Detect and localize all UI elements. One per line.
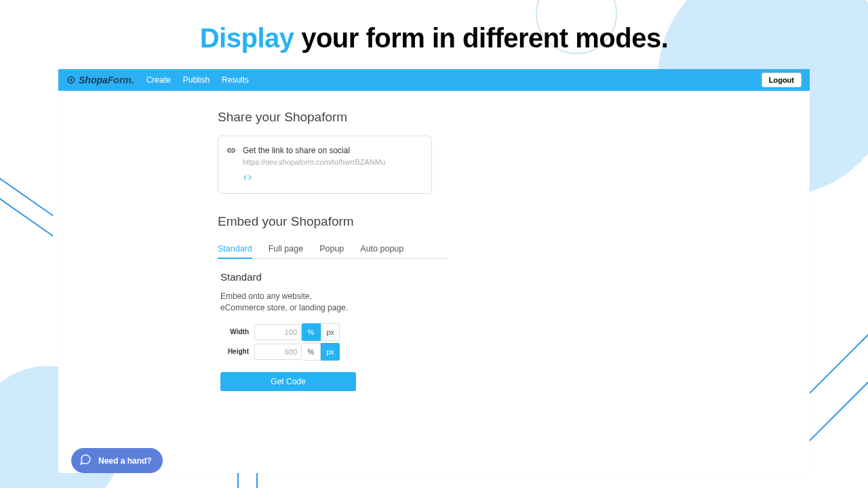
width-row: Width % px	[220, 323, 810, 341]
link-icon	[226, 146, 236, 155]
height-unit-percent[interactable]: %	[302, 343, 321, 361]
standard-heading: Standard	[220, 271, 810, 283]
chat-label: Need a hand?	[98, 456, 152, 466]
navbar-left: ShopaForm. Create Publish Results	[66, 75, 249, 85]
width-label: Width	[220, 328, 254, 336]
brand-logo[interactable]: ShopaForm.	[66, 75, 134, 85]
navbar: ShopaForm. Create Publish Results Logout	[58, 69, 810, 91]
height-row: Height % px	[220, 343, 810, 361]
height-input[interactable]	[254, 344, 302, 360]
content-area: Share your Shopaform Get the link to sha…	[58, 91, 810, 391]
logo-icon	[66, 75, 76, 85]
tab-full-page[interactable]: Full page	[269, 240, 303, 258]
share-label: Get the link to share on social	[243, 146, 423, 155]
nav-link-results[interactable]: Results	[222, 75, 249, 85]
nav-link-publish[interactable]: Publish	[183, 75, 210, 85]
brand-form: Form.	[108, 75, 134, 85]
embed-section-title: Embed your Shopaform	[218, 214, 810, 229]
chat-widget[interactable]: Need a hand?	[71, 448, 163, 473]
tab-auto-popup[interactable]: Auto popup	[360, 240, 403, 258]
width-input[interactable]	[254, 324, 302, 340]
height-label: Height	[220, 348, 254, 355]
code-icon[interactable]	[243, 173, 423, 182]
embed-tabs: Standard Full page Popup Auto popup	[218, 240, 448, 259]
height-unit-px[interactable]: px	[321, 343, 340, 361]
headline-rest: your form in different modes.	[294, 23, 669, 53]
width-unit-percent[interactable]: %	[302, 323, 321, 341]
tab-popup[interactable]: Popup	[319, 240, 344, 258]
standard-desc: Embed onto any website, eCommerce store,…	[220, 291, 349, 314]
width-unit-px[interactable]: px	[321, 323, 340, 341]
get-code-button[interactable]: Get Code	[220, 372, 356, 391]
nav-links: Create Publish Results	[146, 75, 249, 85]
chat-icon	[79, 453, 92, 468]
tab-content-standard: Standard Embed onto any website, eCommer…	[218, 271, 810, 391]
svg-point-1	[70, 79, 73, 81]
brand-shopa: Shopa	[79, 75, 108, 85]
headline-accent: Display	[200, 23, 294, 53]
share-url[interactable]: https://dev.shopaform.com/to/hwrrBZANMu	[243, 158, 423, 166]
page-headline: Display your form in different modes.	[0, 23, 868, 54]
logout-button[interactable]: Logout	[762, 73, 802, 87]
share-section-title: Share your Shopaform	[218, 110, 810, 125]
share-card: Get the link to share on social https://…	[218, 136, 432, 194]
nav-link-create[interactable]: Create	[146, 75, 171, 85]
tab-standard[interactable]: Standard	[218, 240, 252, 259]
app-window: ShopaForm. Create Publish Results Logout…	[58, 69, 810, 473]
